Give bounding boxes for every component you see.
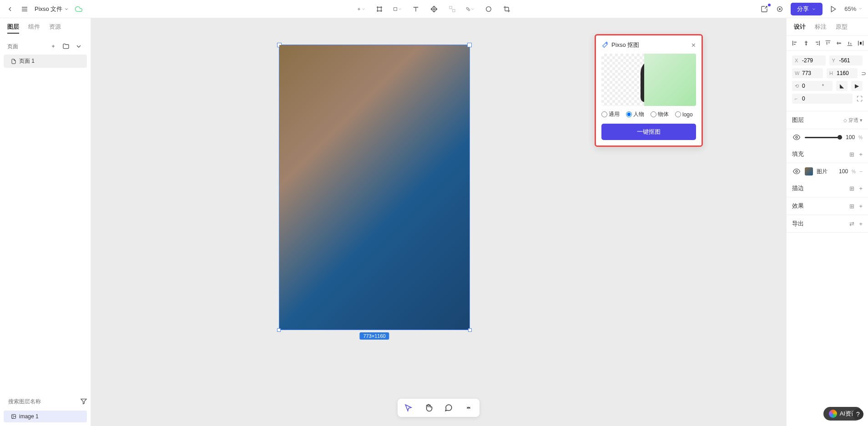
x-field[interactable]: X	[792, 55, 826, 65]
align-left-icon[interactable]	[792, 40, 798, 47]
export-settings-icon[interactable]: ⇄	[849, 221, 854, 227]
add-stroke-icon[interactable]: +	[859, 185, 863, 192]
radio-logo[interactable]: logo	[675, 110, 693, 118]
back-icon[interactable]	[5, 5, 15, 14]
search-input[interactable]	[8, 398, 76, 405]
resize-handle-br[interactable]	[468, 328, 472, 332]
share-button[interactable]: 分享	[791, 3, 823, 15]
help-button[interactable]: ?	[853, 409, 863, 420]
flip-h[interactable]: ◣	[836, 81, 848, 91]
radius-input[interactable]	[802, 95, 820, 102]
pointer-tool[interactable]	[403, 402, 414, 413]
remove-fill-icon[interactable]: −	[859, 168, 863, 175]
tab-inspect[interactable]: 标注	[815, 23, 827, 31]
flip-v[interactable]: ▶	[851, 81, 863, 91]
blend-mode[interactable]: ◇ 穿透 ▾	[843, 117, 863, 124]
component-icon[interactable]	[448, 5, 457, 14]
align-bottom-icon[interactable]	[847, 40, 853, 47]
add-page-icon[interactable]: +	[49, 42, 58, 51]
rotation-field[interactable]: ⟲°	[792, 81, 833, 91]
hand-tool[interactable]	[423, 402, 434, 413]
y-input[interactable]	[839, 57, 858, 64]
folder-icon[interactable]	[61, 42, 71, 51]
align-right-icon[interactable]	[814, 40, 820, 47]
export-icon[interactable]	[760, 5, 769, 14]
location-icon[interactable]	[775, 5, 784, 14]
more-tools[interactable]	[463, 402, 474, 413]
h-field[interactable]: H	[827, 68, 858, 78]
distribute-icon[interactable]	[858, 40, 864, 47]
filter-icon[interactable]	[79, 397, 88, 406]
tab-prototype[interactable]: 原型	[836, 23, 848, 31]
left-panel: 图层 组件 资源 页面 + 页面 1 image	[0, 18, 91, 426]
fill-opacity[interactable]: 100	[839, 168, 848, 175]
align-top-icon[interactable]	[825, 40, 831, 47]
cutout-button[interactable]: 一键抠图	[601, 124, 696, 140]
align-row	[787, 36, 868, 51]
circle-icon[interactable]	[484, 5, 493, 14]
canvas[interactable]: 773×1160 Pixso 抠图 ✕ 通用 人物 物体 logo	[91, 18, 786, 426]
cutout-popup: Pixso 抠图 ✕ 通用 人物 物体 logo 一键抠图	[595, 34, 703, 147]
effect-label: 效果	[792, 202, 804, 210]
w-input[interactable]	[802, 70, 820, 76]
resize-handle-bl[interactable]	[277, 328, 281, 332]
boolean-icon[interactable]	[466, 5, 475, 14]
close-icon[interactable]: ✕	[691, 42, 696, 49]
fill-row: 图片 100% −	[787, 163, 868, 180]
align-center-h-icon[interactable]	[803, 40, 809, 47]
tab-design[interactable]: 设计	[794, 23, 806, 31]
add-icon[interactable]	[357, 5, 366, 14]
align-center-v-icon[interactable]	[836, 40, 842, 47]
tab-components[interactable]: 组件	[28, 23, 40, 34]
menu-icon[interactable]	[20, 5, 29, 14]
collapse-icon[interactable]	[74, 42, 83, 51]
visibility-icon[interactable]	[792, 133, 801, 142]
file-name-dropdown[interactable]: Pixso 文件	[35, 5, 69, 13]
svg-point-7	[779, 8, 781, 10]
x-input[interactable]	[802, 57, 820, 64]
opacity-value[interactable]: 100	[846, 134, 855, 140]
effect-style-icon[interactable]: ⊞	[849, 203, 854, 210]
radio-general[interactable]: 通用	[601, 110, 620, 118]
comment-tool[interactable]	[443, 402, 454, 413]
selected-image[interactable]: 773×1160	[279, 45, 470, 330]
radius-field[interactable]: ⌐	[792, 94, 853, 104]
image-layer-icon	[11, 414, 16, 419]
move-icon[interactable]	[429, 5, 439, 14]
chevron-down-icon	[858, 6, 863, 11]
add-fill-icon[interactable]: +	[859, 151, 863, 158]
w-field[interactable]: W	[792, 68, 823, 78]
top-left-group: Pixso 文件	[5, 5, 83, 14]
radio-person[interactable]: 人物	[626, 110, 644, 118]
top-right-group: 分享 65%	[760, 3, 863, 15]
shape-icon[interactable]	[393, 5, 402, 14]
fill-visibility-icon[interactable]	[792, 167, 801, 176]
rotation-input[interactable]	[802, 83, 820, 89]
fill-type[interactable]: 图片	[817, 168, 828, 175]
tab-assets[interactable]: 资源	[49, 23, 61, 34]
fill-swatch[interactable]	[805, 167, 813, 175]
lock-aspect-icon[interactable]: ⊃	[861, 69, 866, 78]
fill-style-icon[interactable]: ⊞	[849, 151, 854, 158]
radio-object[interactable]: 物体	[651, 110, 669, 118]
right-tabs: 设计 标注 原型	[787, 18, 868, 36]
y-field[interactable]: Y	[829, 55, 863, 65]
tab-layers[interactable]: 图层	[7, 23, 19, 34]
add-effect-icon[interactable]: +	[859, 203, 863, 210]
add-export-icon[interactable]: +	[859, 221, 863, 227]
crop-icon[interactable]	[502, 5, 511, 14]
zoom-dropdown[interactable]: 65%	[844, 5, 863, 12]
bottom-toolbar	[398, 399, 479, 417]
h-input[interactable]	[837, 70, 855, 76]
opacity-slider[interactable]	[805, 137, 842, 138]
play-icon[interactable]	[829, 5, 838, 14]
frame-icon[interactable]	[375, 5, 384, 14]
page-item[interactable]: 页面 1	[4, 55, 87, 68]
stroke-style-icon[interactable]: ⊞	[849, 185, 854, 192]
layer-item[interactable]: image 1	[4, 411, 87, 422]
text-icon[interactable]	[411, 5, 420, 14]
fill-section-header: 填充 ⊞ +	[787, 145, 868, 163]
cloud-sync-icon[interactable]	[74, 5, 83, 14]
expand-radius-icon[interactable]: ⛶	[856, 94, 863, 103]
page-icon	[11, 59, 16, 64]
